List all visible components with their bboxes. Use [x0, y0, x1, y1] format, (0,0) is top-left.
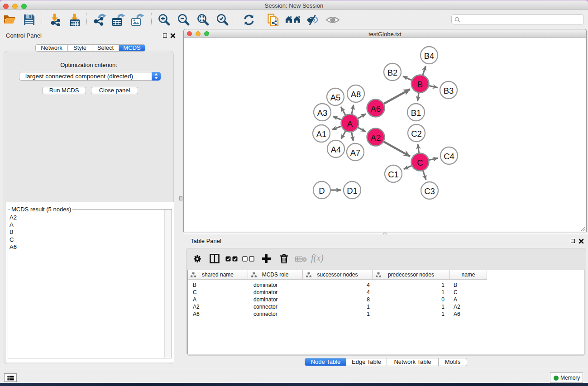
svg-text:B3: B3: [444, 86, 454, 95]
svg-text:A3: A3: [317, 108, 328, 118]
svg-text:A5: A5: [330, 93, 341, 102]
svg-text:C: C: [417, 158, 423, 167]
svg-text:C2: C2: [411, 129, 422, 138]
svg-text:B2: B2: [387, 68, 398, 77]
svg-text:C4: C4: [444, 152, 454, 161]
svg-text:D1: D1: [347, 186, 358, 195]
svg-text:B4: B4: [424, 51, 435, 61]
svg-text:A7: A7: [350, 148, 361, 157]
svg-text:A1: A1: [316, 129, 327, 139]
svg-text:C1: C1: [388, 170, 399, 179]
svg-text:A6: A6: [371, 104, 381, 114]
svg-text:A: A: [347, 119, 353, 129]
svg-text:D: D: [319, 186, 325, 195]
svg-text:B1: B1: [411, 108, 421, 118]
svg-text:C3: C3: [424, 186, 435, 196]
svg-text:A8: A8: [351, 90, 361, 99]
svg-text:A4: A4: [331, 145, 341, 154]
svg-text:B: B: [417, 80, 423, 89]
svg-text:A2: A2: [371, 133, 381, 143]
